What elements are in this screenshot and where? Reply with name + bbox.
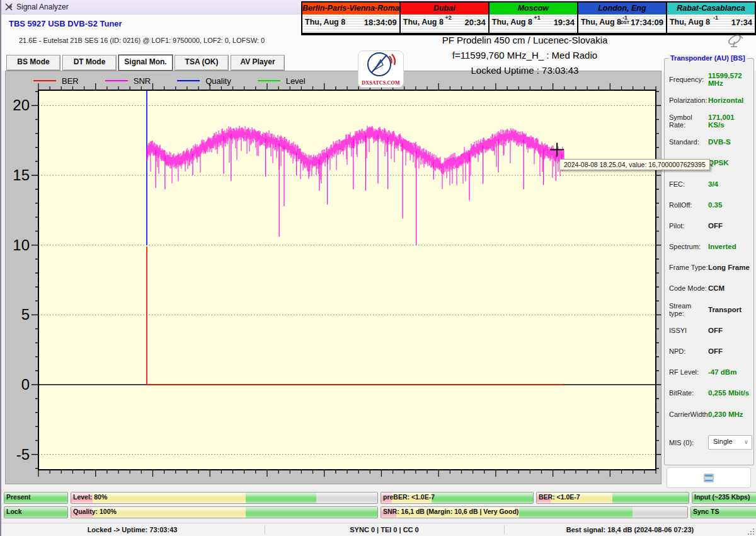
transponder-value: OFF: [708, 347, 723, 355]
transponder-label: Spectrum:: [669, 243, 708, 250]
transponder-row: NPD:OFF: [669, 341, 752, 361]
transponder-label: RollOff:: [669, 201, 708, 209]
transponder-row: Symbol Rate:171,001 KS/s: [669, 110, 752, 131]
monitor-bar-sync-ts: Sync TS: [690, 506, 756, 518]
transponder-label: Frequency:: [669, 76, 708, 83]
status-best-signal: Best signal: 18,4 dB (2024-08-06 07:23): [504, 526, 756, 533]
legend-swatch-level: [258, 80, 280, 81]
stream-list-button[interactable]: [667, 467, 751, 488]
transponder-row: Frequency:11599,572 MHz: [669, 69, 752, 90]
transponder-label: Frame Type:: [669, 264, 708, 271]
monitor-bar-quality: Quality: 100%: [71, 506, 378, 518]
monitor-bar-label: Sync TS: [693, 508, 719, 515]
transponder-value: OFF: [708, 327, 723, 334]
transponder-label: CarrierWidth:: [669, 411, 708, 418]
legend-label-quality: Quality: [205, 76, 231, 86]
clock-london-eng: London, EngThu, Aug 817:34:09-1DST: [578, 3, 667, 33]
monitor-bar-label: SNR: 16,1 dB (Margin: 10,6 dB | Very Goo…: [383, 508, 518, 515]
clock-berlin-paris-vienna-roma: Berlin-Paris-Vienna-RomaThu, Aug 818:34:…: [302, 3, 401, 33]
transponder-label: Symbol Rate:: [669, 114, 708, 129]
clock-moscow: MoscowThu, Aug 819:34+1: [490, 3, 578, 33]
signal-chart[interactable]: BERSNRQualityLevel 20151050-5: [5, 71, 662, 484]
site-label: PF Prodelin 450 cm / Lucenec-Slovakia: [396, 35, 654, 45]
transponder-value: QPSK: [708, 159, 729, 166]
transponder-value: DVB-S: [708, 138, 731, 146]
transponder-row: Spectrum:Inverted: [669, 236, 752, 257]
transponder-value: OFF: [708, 222, 723, 230]
tuner-name: TBS 5927 USB DVB-S2 Tuner: [9, 19, 122, 28]
list-icon: [704, 474, 714, 482]
clock-time-cell: Thu, Aug 820:34+2: [401, 15, 488, 33]
transponder-value: Long Frame: [708, 264, 750, 271]
svg-text:5: 5: [21, 306, 30, 323]
transponder-row: RollOff:0.35: [669, 194, 752, 215]
tab-bs-mode[interactable]: BS Mode: [6, 55, 60, 71]
transponder-row: Code Mode:CCM: [669, 278, 752, 299]
mode-toolbar: BS ModeDT ModeSignal Mon.TSA (OK)AV Play…: [6, 55, 285, 71]
transponder-panel-title: Transponder (AU) [BS]: [668, 54, 747, 62]
app-icon: [4, 3, 14, 12]
clock-city-label: Berlin-Paris-Vienna-Roma: [302, 3, 399, 15]
clock-time-cell: Thu, Aug 818:34:09: [302, 15, 399, 33]
clock-city-label: Moscow: [490, 3, 577, 15]
transponder-row: Standard:DVB-S: [669, 132, 752, 153]
monitor-bar-label: Level: 80%: [73, 493, 107, 501]
transponder-value: CCM: [708, 284, 724, 292]
transponder-row: FEC:3/4: [669, 173, 752, 194]
transponder-row: Polarization:Horizontal: [669, 90, 752, 110]
transponder-value: -47 dBm: [708, 368, 736, 376]
legend-label-snr: SNR: [134, 76, 151, 86]
resize-grip[interactable]: [747, 528, 755, 535]
svg-text:0: 0: [21, 376, 30, 393]
monitor-bar-row-2: LockQuality: 100%SNR: 16,1 dB (Margin: 1…: [4, 506, 756, 518]
mis-label: MIS (0):: [669, 439, 708, 446]
legend-swatch-snr: [105, 80, 128, 81]
chart-plot-area[interactable]: 20151050-5: [6, 71, 661, 484]
clock-rabat-casablanca: Rabat-CasablancaThu, Aug 817:34-1: [667, 3, 755, 33]
transponder-value: 11599,572 MHz: [708, 72, 752, 87]
svg-text:-5: -5: [16, 446, 30, 463]
clock-city-label: Dubai: [401, 3, 488, 15]
transponder-row: BitRate:0,255 Mbit/s: [669, 383, 752, 404]
monitor-bar-label: Present: [6, 493, 31, 501]
status-sync: SYNC 0 | TEI 0 | CC 0: [265, 526, 504, 533]
monitor-bar-label: Lock: [6, 508, 22, 515]
legend-swatch-quality: [177, 80, 200, 81]
legend-swatch-ber: [33, 80, 56, 81]
transponder-value: 3/4: [708, 180, 718, 188]
clock-city-label: London, Eng: [578, 3, 666, 15]
monitor-bar-label: preBER: <1.0E-7: [383, 493, 435, 501]
transponder-value: 0,255 Mbit/s: [708, 389, 749, 397]
monitor-bar-label: Quality: 100%: [73, 508, 117, 515]
svg-text:20: 20: [13, 96, 30, 114]
mis-dropdown[interactable]: Single∨: [708, 435, 752, 450]
status-divider: [265, 525, 266, 534]
monitor-bar-snr: SNR: 16,1 dB (Margin: 10,6 dB | Very Goo…: [381, 506, 688, 518]
monitor-bar-ber: BER: <1.0E-7: [536, 492, 689, 504]
monitor-bar-label: BER: <1.0E-7: [539, 493, 580, 501]
transponder-value: Transport: [708, 306, 742, 313]
center-header: PF Prodelin 450 cm / Lucenec-Slovakia f=…: [396, 35, 654, 80]
transponder-label: Polarization:: [669, 96, 708, 104]
monitor-bar-present: Present: [4, 492, 68, 504]
status-divider: [504, 525, 505, 534]
tab-signal-mon-[interactable]: Signal Mon.: [118, 55, 173, 71]
transponder-row: Stream type:Transport: [669, 299, 752, 320]
svg-text:10: 10: [13, 236, 30, 253]
tab-tsa-ok-[interactable]: TSA (OK): [175, 55, 229, 71]
transponder-row: Frame Type:Long Frame: [669, 257, 752, 278]
transponder-label: FEC:: [669, 180, 708, 188]
transponder-label: RF Level:: [669, 368, 708, 376]
tab-av-player[interactable]: AV Player: [231, 55, 285, 71]
transponder-value: 0,230 MHz: [708, 411, 743, 418]
mis-value: Single: [713, 438, 733, 445]
tab-dt-mode[interactable]: DT Mode: [62, 55, 117, 71]
clock-city-label: Rabat-Casablanca: [667, 3, 755, 15]
transponder-value: Horizontal: [708, 96, 743, 104]
status-bar: Locked -> Uptime: 73:03:43 SYNC 0 | TEI …: [0, 523, 756, 536]
transponder-panel: Transponder (AU) [BS] Frequency:11599,57…: [664, 58, 754, 465]
transponder-value: 171,001 KS/s: [708, 114, 752, 129]
status-uptime: Locked -> Uptime: 73:03:43: [0, 526, 265, 533]
clock-time-cell: Thu, Aug 819:34+1: [490, 15, 577, 33]
transponder-row: RF Level:-47 dBm: [669, 362, 752, 383]
